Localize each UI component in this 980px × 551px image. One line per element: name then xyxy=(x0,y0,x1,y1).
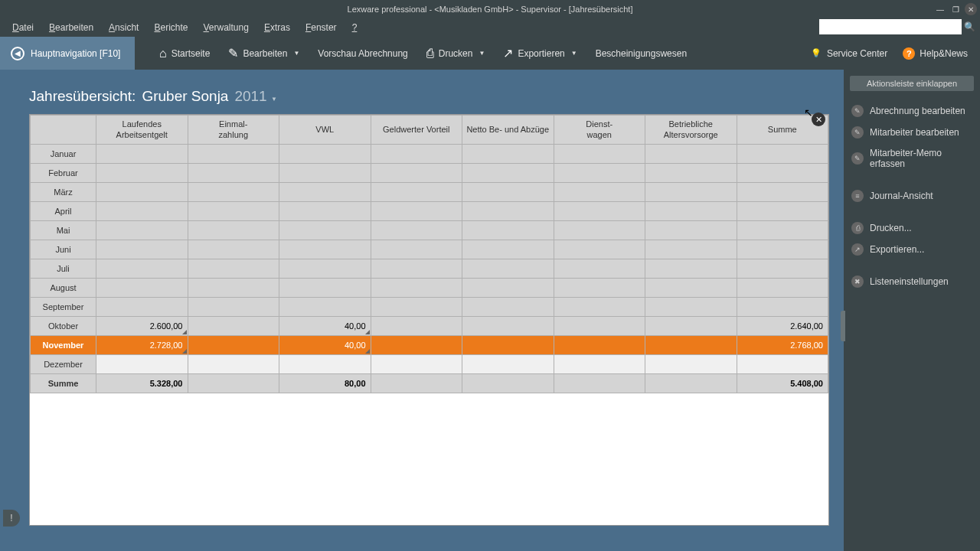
table-cell[interactable] xyxy=(279,183,371,202)
action-item[interactable]: ✖Listeneinstellungen xyxy=(844,271,980,292)
table-cell[interactable] xyxy=(96,183,188,202)
table-cell[interactable] xyxy=(554,164,645,183)
besch-button[interactable]: Bescheinigungswesen xyxy=(586,37,696,70)
table-cell[interactable]: 2.640,00 xyxy=(737,317,828,336)
table-cell[interactable] xyxy=(96,240,188,259)
table-cell[interactable] xyxy=(371,221,462,240)
table-cell[interactable] xyxy=(645,317,737,336)
table-cell[interactable] xyxy=(462,336,554,355)
table-cell[interactable] xyxy=(737,259,828,279)
table-cell[interactable] xyxy=(188,317,279,336)
table-cell[interactable] xyxy=(645,240,737,259)
table-cell[interactable] xyxy=(96,259,188,279)
maximize-button[interactable]: ❐ xyxy=(949,3,962,15)
menu-verwaltung[interactable]: Verwaltung xyxy=(196,20,256,35)
table-cell[interactable] xyxy=(554,202,645,221)
table-cell[interactable] xyxy=(645,221,737,240)
table-cell[interactable] xyxy=(96,279,188,298)
table-cell[interactable]: 2.600,00 xyxy=(96,317,188,336)
table-cell[interactable] xyxy=(645,164,737,183)
start-button[interactable]: ⌂Startseite xyxy=(150,37,219,70)
table-cell[interactable] xyxy=(737,298,828,317)
close-view-button[interactable]: ✕ xyxy=(812,112,825,126)
table-cell[interactable] xyxy=(462,298,554,317)
action-item[interactable]: ✎Mitarbeiter-Memo erfassen xyxy=(844,143,980,174)
menu-?[interactable]: ? xyxy=(345,20,365,35)
table-cell[interactable] xyxy=(371,355,462,374)
table-cell[interactable]: 2.728,00 xyxy=(96,336,188,355)
table-cell[interactable] xyxy=(462,240,554,259)
table-cell[interactable] xyxy=(737,164,828,183)
table-cell[interactable] xyxy=(371,183,462,202)
table-cell[interactable] xyxy=(645,279,737,298)
table-cell[interactable] xyxy=(645,183,737,202)
edit-button[interactable]: ✎Bearbeiten▼ xyxy=(219,37,309,70)
table-cell[interactable] xyxy=(462,164,554,183)
table-cell[interactable] xyxy=(279,202,371,221)
table-cell[interactable] xyxy=(96,221,188,240)
table-cell[interactable] xyxy=(371,164,462,183)
table-cell[interactable] xyxy=(371,279,462,298)
table-cell[interactable] xyxy=(96,298,188,317)
table-cell[interactable] xyxy=(462,145,554,164)
table-cell[interactable] xyxy=(554,355,645,374)
table-cell[interactable] xyxy=(188,240,279,259)
table-cell[interactable] xyxy=(279,221,371,240)
table-cell[interactable] xyxy=(554,221,645,240)
table-cell[interactable] xyxy=(737,221,828,240)
close-button[interactable]: ✕ xyxy=(965,3,977,15)
table-cell[interactable] xyxy=(554,317,645,336)
table-cell[interactable]: 2.768,00 xyxy=(737,336,828,355)
menu-berichte[interactable]: Berichte xyxy=(146,20,195,35)
table-cell[interactable] xyxy=(96,164,188,183)
menu-ansicht[interactable]: Ansicht xyxy=(101,20,146,35)
table-cell[interactable] xyxy=(96,202,188,221)
search-input[interactable] xyxy=(819,19,962,34)
table-cell[interactable] xyxy=(554,298,645,317)
table-cell[interactable] xyxy=(188,145,279,164)
table-cell[interactable] xyxy=(737,145,828,164)
service-center-button[interactable]: 💡Service Center xyxy=(802,47,895,60)
preview-button[interactable]: Vorschau Abrechnung xyxy=(309,37,416,70)
table-cell[interactable] xyxy=(188,259,279,279)
table-cell[interactable] xyxy=(554,240,645,259)
sidepanel-handle[interactable] xyxy=(841,311,845,341)
table-cell[interactable] xyxy=(645,202,737,221)
table-cell[interactable] xyxy=(96,145,188,164)
table-cell[interactable] xyxy=(737,240,828,259)
table-cell[interactable] xyxy=(462,317,554,336)
table-cell[interactable] xyxy=(188,298,279,317)
minimize-button[interactable]: — xyxy=(934,3,946,15)
table-cell[interactable] xyxy=(188,221,279,240)
table-cell[interactable] xyxy=(188,183,279,202)
table-cell[interactable] xyxy=(371,317,462,336)
action-item[interactable]: ≡Journal-Ansicht xyxy=(844,185,980,207)
main-nav-button[interactable]: ◀ Hauptnavigation [F10] xyxy=(0,37,135,70)
menu-bearbeiten[interactable]: Bearbeiten xyxy=(41,20,101,35)
table-cell[interactable] xyxy=(737,183,828,202)
table-cell[interactable] xyxy=(279,145,371,164)
collapse-sidebar-button[interactable]: Aktionsleiste einklappen xyxy=(850,76,974,91)
table-cell[interactable]: 40,00 xyxy=(279,317,371,336)
table-cell[interactable] xyxy=(554,145,645,164)
table-cell[interactable] xyxy=(188,355,279,374)
table-cell[interactable] xyxy=(279,298,371,317)
table-cell[interactable] xyxy=(554,336,645,355)
search-button[interactable]: 🔍 xyxy=(962,19,977,34)
table-cell[interactable] xyxy=(645,259,737,279)
export-button[interactable]: ↗Exportieren▼ xyxy=(494,37,586,70)
table-cell[interactable] xyxy=(371,298,462,317)
table-cell[interactable] xyxy=(279,355,371,374)
table-cell[interactable] xyxy=(462,202,554,221)
table-cell[interactable] xyxy=(554,279,645,298)
table-cell[interactable] xyxy=(188,164,279,183)
table-cell[interactable] xyxy=(554,183,645,202)
table-cell[interactable] xyxy=(279,259,371,279)
table-cell[interactable] xyxy=(737,279,828,298)
table-cell[interactable]: 40,00 xyxy=(279,336,371,355)
action-item[interactable]: ↗Exportieren... xyxy=(844,239,980,260)
table-cell[interactable] xyxy=(737,355,828,374)
table-cell[interactable] xyxy=(279,279,371,298)
table-cell[interactable] xyxy=(371,336,462,355)
table-cell[interactable] xyxy=(645,145,737,164)
